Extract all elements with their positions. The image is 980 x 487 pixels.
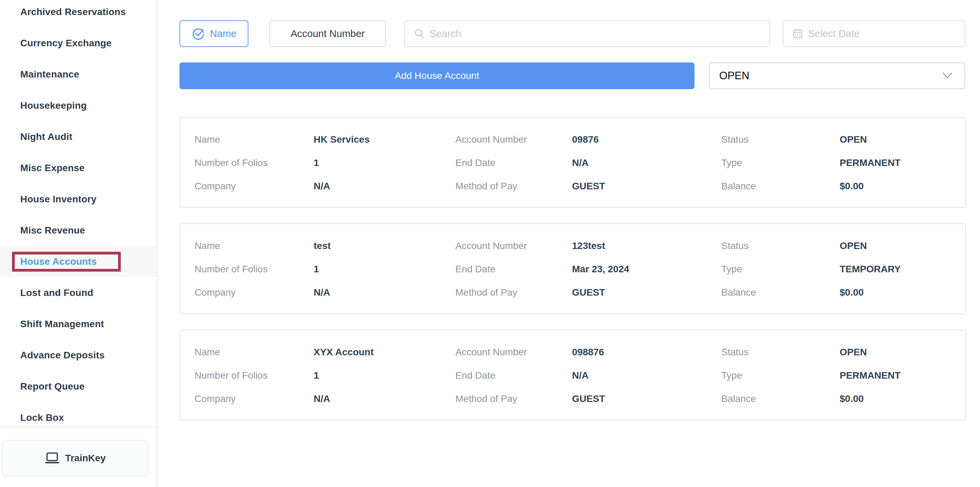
trainkey-label: TrainKey (65, 453, 106, 464)
sidebar-item-label: Misc Expense (20, 163, 85, 173)
account-card-grid: Name test Account Number 123test Status … (194, 234, 965, 304)
account-field-value: OPEN (840, 134, 965, 145)
account-field-value: test (313, 240, 455, 251)
filter-tab-account-number-label: Account Number (291, 28, 365, 40)
sidebar-item-misc-expense[interactable]: Misc Expense (0, 152, 157, 184)
account-field-value: N/A (313, 393, 455, 405)
sidebar-nav: Archived Reservations Currency Exchange … (0, 0, 157, 433)
sidebar-item-label: Archived Reservations (20, 6, 126, 17)
date-input[interactable] (808, 28, 953, 40)
status-dropdown[interactable]: OPEN (709, 62, 965, 89)
sidebar-item-night-audit[interactable]: Night Audit (0, 121, 157, 152)
account-field-value: N/A (572, 370, 721, 381)
account-field-label: Number of Folios (194, 264, 313, 275)
account-field-value: GUEST (572, 393, 721, 405)
house-account-card[interactable]: Name XYX Account Account Number 098876 S… (180, 330, 966, 420)
account-field-value: GUEST (572, 287, 721, 298)
account-field-label: Account Number (455, 347, 572, 358)
sidebar-item-report-queue[interactable]: Report Queue (0, 371, 157, 402)
sidebar-item-lost-and-found[interactable]: Lost and Found (0, 277, 157, 308)
search-field (404, 20, 770, 47)
add-house-account-button[interactable]: Add House Account (180, 62, 695, 89)
account-field-value: GUEST (572, 181, 721, 192)
filter-tab-name[interactable]: Name (180, 20, 248, 47)
account-field-label: Company (194, 181, 313, 192)
sidebar-item-label: Housekeeping (20, 100, 87, 111)
account-field-label: Balance (721, 181, 840, 192)
house-account-card[interactable]: Name test Account Number 123test Status … (180, 223, 966, 314)
account-field-label: Name (194, 347, 313, 358)
account-field-label: Status (721, 347, 840, 358)
sidebar-item-archived-reservations[interactable]: Archived Reservations (0, 0, 157, 27)
status-dropdown-value: OPEN (719, 70, 749, 82)
account-field-value: PERMANENT (840, 370, 965, 381)
account-field-value: $0.00 (840, 181, 965, 192)
sidebar-item-housekeeping[interactable]: Housekeeping (0, 90, 157, 121)
filter-tab-name-label: Name (210, 28, 236, 40)
date-field (783, 20, 965, 47)
account-field-value: 1 (313, 264, 455, 275)
calendar-icon (792, 28, 803, 39)
account-field-value: OPEN (840, 240, 965, 251)
sidebar-item-label: Night Audit (20, 132, 72, 142)
search-input[interactable] (430, 28, 721, 40)
sidebar-item-shift-management[interactable]: Shift Management (0, 308, 157, 339)
sidebar-item-label: House Inventory (20, 194, 96, 205)
account-field-label: Method of Pay (455, 181, 572, 192)
sidebar-item-lock-box[interactable]: Lock Box (0, 402, 157, 433)
account-field-value: 09876 (572, 134, 721, 145)
account-field-value: N/A (313, 287, 455, 298)
account-field-value: 1 (313, 157, 455, 168)
accounts-list: Name HK Services Account Number 09876 St… (180, 117, 966, 436)
account-field-value: N/A (572, 157, 721, 168)
account-field-label: Name (194, 134, 313, 145)
sidebar-item-advance-deposits[interactable]: Advance Deposits (0, 339, 157, 371)
account-field-label: Number of Folios (194, 370, 313, 381)
sidebar-item-house-accounts[interactable]: House Accounts (0, 246, 157, 277)
account-field-value: HK Services (313, 134, 455, 145)
sidebar-item-label: Maintenance (20, 69, 79, 80)
laptop-icon (45, 452, 60, 464)
account-card-grid: Name XYX Account Account Number 098876 S… (194, 341, 965, 411)
account-field-label: Number of Folios (194, 157, 313, 168)
account-field-label: Company (194, 393, 313, 405)
account-field-value: 1 (313, 370, 455, 381)
account-field-label: End Date (455, 370, 572, 381)
account-card-grid: Name HK Services Account Number 09876 St… (194, 128, 965, 198)
sidebar-item-currency-exchange[interactable]: Currency Exchange (0, 27, 157, 59)
sidebar-item-label: Lost and Found (20, 287, 93, 298)
account-field-label: Type (721, 157, 840, 168)
sidebar-item-label: Advance Deposits (20, 350, 105, 361)
account-field-label: Account Number (455, 134, 572, 145)
search-icon (414, 28, 425, 39)
account-field-value: 098876 (572, 347, 721, 358)
account-field-value: $0.00 (840, 287, 965, 298)
account-field-value: TEMPORARY (840, 264, 965, 275)
sidebar-divider (0, 427, 158, 427)
main-content: Name Account Number Add House Account OP… (158, 0, 980, 487)
sidebar-item-house-inventory[interactable]: House Inventory (0, 184, 157, 215)
sidebar-item-label: Shift Management (20, 319, 104, 330)
account-field-label: End Date (455, 157, 572, 168)
sidebar-item-label: Report Queue (20, 381, 85, 392)
account-field-value: N/A (313, 181, 455, 192)
account-field-label: Balance (721, 287, 840, 298)
sidebar-item-misc-revenue[interactable]: Misc Revenue (0, 215, 157, 246)
sidebar: Archived Reservations Currency Exchange … (0, 0, 158, 487)
sidebar-item-maintenance[interactable]: Maintenance (0, 59, 157, 90)
trainkey-button[interactable]: TrainKey (2, 440, 149, 476)
account-field-value: $0.00 (840, 393, 965, 405)
sidebar-item-label: House Accounts (20, 256, 97, 267)
account-field-label: Status (721, 134, 840, 145)
account-field-label: Company (194, 287, 313, 298)
sidebar-item-label: Lock Box (20, 412, 64, 423)
house-account-card[interactable]: Name HK Services Account Number 09876 St… (180, 117, 966, 208)
account-field-label: Account Number (455, 240, 572, 251)
chevron-down-icon (941, 72, 954, 80)
check-circle-icon (191, 27, 205, 40)
account-field-value: PERMANENT (840, 157, 965, 168)
filter-tab-account-number[interactable]: Account Number (269, 20, 386, 47)
sidebar-item-label: Currency Exchange (20, 38, 111, 49)
account-field-label: Method of Pay (455, 287, 572, 298)
account-field-value: OPEN (840, 347, 965, 358)
